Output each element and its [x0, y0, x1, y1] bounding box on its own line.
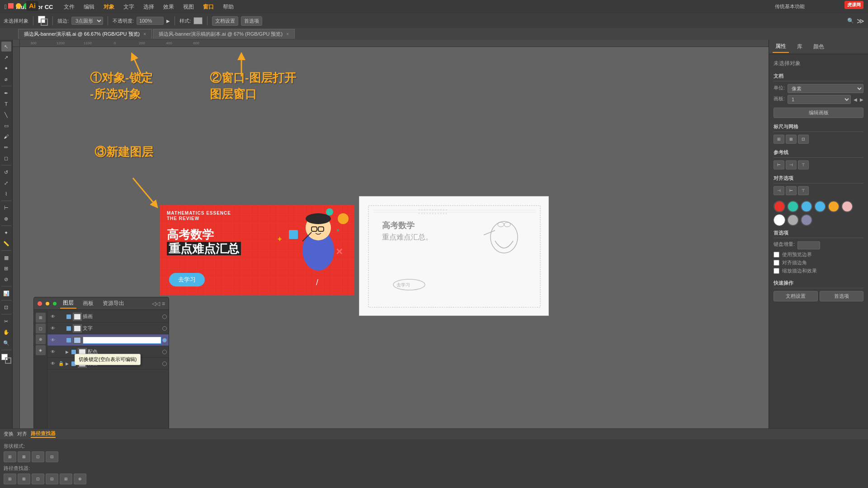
layer-icon-1[interactable]: ⊞	[36, 313, 46, 323]
artboard-select[interactable]: 1	[788, 95, 851, 104]
swatch-blue2[interactable]	[814, 201, 826, 212]
layer-eye-original[interactable]: 👁	[49, 360, 57, 367]
tab-2[interactable]: 插边风-banner演示稿的副本.ai @ 67% (RGB/GPU 预览) ×	[153, 29, 295, 39]
swatch-blue1[interactable]	[801, 201, 812, 212]
tool-gradient[interactable]: ▦	[1, 253, 11, 263]
tool-rect[interactable]: ▭	[1, 121, 11, 131]
swatch-teal[interactable]	[787, 201, 799, 212]
layers-panel-close[interactable]	[38, 301, 42, 306]
artboard-nav-prev[interactable]: ◀	[854, 97, 857, 102]
layer-icon-2[interactable]: ◻	[36, 324, 46, 333]
layer-expand-original[interactable]: ▶	[66, 361, 69, 366]
ref-align-3[interactable]: ⊤	[798, 160, 809, 169]
layer-eye-text[interactable]: 👁	[49, 325, 57, 332]
menu-effects[interactable]: 效果	[160, 2, 178, 12]
banner-cta-btn[interactable]: 去学习	[169, 273, 205, 286]
grid-btn[interactable]: ⊠	[786, 135, 797, 144]
tool-width[interactable]: ⊢	[1, 203, 11, 213]
swatch-red[interactable]	[774, 201, 785, 212]
align-corners-check[interactable]	[774, 260, 779, 266]
layer-item-illus[interactable]: 👁 插画	[47, 311, 169, 323]
layers-menu-icon[interactable]: ≡	[162, 300, 165, 307]
layers-panel-minimize[interactable]	[46, 302, 49, 305]
quick-prefs-btn[interactable]: 首选项	[820, 291, 864, 301]
menu-object[interactable]: 对象	[100, 2, 118, 12]
menu-edit[interactable]: 编辑	[80, 2, 98, 12]
pathfinder-tab[interactable]: 路径查找器	[31, 430, 56, 438]
tool-direct-select[interactable]: ↗	[1, 52, 11, 62]
tool-zoom[interactable]: 🔍	[1, 338, 11, 348]
menu-help[interactable]: 帮助	[219, 2, 237, 12]
tool-pencil[interactable]: ✏	[1, 142, 11, 152]
menu-window[interactable]: 窗口	[199, 2, 217, 12]
tool-magic-wand[interactable]: ✦	[1, 63, 11, 73]
shape-mode-3[interactable]: ⊡	[32, 451, 44, 462]
tool-hand[interactable]: ✋	[1, 327, 11, 337]
tool-scale[interactable]: ⤢	[1, 178, 11, 188]
doc-settings-btn[interactable]: 文档设置	[212, 16, 238, 26]
preview-bounds-check[interactable]	[774, 252, 779, 258]
swatch-orange[interactable]	[828, 201, 840, 212]
menu-view[interactable]: 视图	[179, 2, 198, 12]
stroke-select[interactable]: 3点圆形	[71, 17, 103, 25]
layer-eye-illus[interactable]: 👁	[49, 313, 57, 320]
swatch-white[interactable]	[774, 214, 785, 226]
layer-item-active[interactable]: 👁	[47, 334, 169, 346]
tool-rotate[interactable]: ↺	[1, 167, 11, 177]
layer-name-edit-input[interactable]	[83, 337, 161, 344]
tool-pen[interactable]: ✒	[1, 88, 11, 98]
pf-op-5[interactable]: ⊞	[60, 474, 72, 484]
tab-2-close[interactable]: ×	[286, 32, 289, 37]
keyboard-incr-input[interactable]: 1 px	[797, 241, 820, 249]
layer-icon-3[interactable]: ⊕	[36, 334, 46, 344]
window-minimize[interactable]	[16, 3, 21, 9]
shape-mode-4[interactable]: ⊟	[46, 451, 58, 462]
pf-op-4[interactable]: ⊟	[46, 474, 58, 484]
swatch-pink[interactable]	[841, 201, 853, 212]
tool-line[interactable]: ╲	[1, 110, 11, 120]
ref-align-2[interactable]: ⊣	[786, 160, 797, 169]
scale-strokes-check[interactable]	[774, 268, 779, 274]
layer-eye-colors[interactable]: 👁	[49, 348, 57, 356]
tool-blend[interactable]: ⊕	[1, 214, 11, 224]
pf-op-6[interactable]: ⊕	[74, 474, 86, 484]
search-icon[interactable]: 🔍	[847, 18, 854, 24]
tool-type[interactable]: T	[1, 99, 11, 109]
layer-icon-4[interactable]: ◈	[36, 345, 46, 355]
layer-eye-active[interactable]: 👁	[49, 337, 57, 344]
opacity-input[interactable]	[137, 17, 164, 25]
shape-mode-1[interactable]: ⊞	[4, 451, 16, 462]
canvas-content[interactable]: ①对象-锁定-所选对象 ②窗口-图层打开图层窗口 ③新建图层	[20, 47, 769, 475]
tool-shape-builder[interactable]: ⊘	[1, 274, 11, 284]
tool-measure[interactable]: 📏	[1, 239, 11, 249]
color-tab[interactable]: 颜色	[811, 41, 827, 52]
fill-color[interactable]	[38, 16, 48, 26]
assets-tab[interactable]: 资源导出	[100, 299, 127, 308]
shape-mode-2[interactable]: ⊠	[18, 451, 30, 462]
transform-tab[interactable]: 变换	[4, 431, 14, 437]
tool-eyedropper[interactable]: ✦	[1, 228, 11, 238]
rulers-btn[interactable]: ⊞	[774, 135, 784, 144]
pf-op-1[interactable]: ⊞	[4, 474, 16, 484]
swatch-purple[interactable]	[801, 214, 812, 226]
tool-warp[interactable]: ⌇	[1, 189, 11, 199]
artboards-tab[interactable]: 画板	[80, 299, 96, 308]
tool-eraser[interactable]: ◻	[1, 153, 11, 163]
tool-slice[interactable]: ✂	[1, 316, 11, 326]
layer-expand-colors[interactable]: ▶	[66, 350, 69, 354]
artboard-nav-next[interactable]: ▶	[860, 97, 863, 102]
layers-panel-maximize[interactable]	[53, 302, 57, 305]
tab-1-close[interactable]: ×	[143, 32, 146, 37]
pf-op-2[interactable]: ⊠	[18, 474, 30, 484]
window-close[interactable]	[8, 3, 14, 9]
align-right[interactable]: ⊤	[798, 186, 809, 195]
layers-tab[interactable]: 图层	[60, 298, 76, 309]
tool-select[interactable]: ↖	[1, 42, 11, 52]
layer-item-text[interactable]: 👁 文字	[47, 323, 169, 334]
quick-doc-settings-btn[interactable]: 文档设置	[774, 291, 818, 301]
layers-collapse-icon[interactable]: ◁◁	[152, 300, 160, 307]
menu-text[interactable]: 文字	[120, 2, 138, 12]
tool-artboard[interactable]: ⊡	[1, 302, 11, 312]
tool-lasso[interactable]: ⌀	[1, 74, 11, 84]
menu-file[interactable]: 文件	[60, 2, 78, 12]
